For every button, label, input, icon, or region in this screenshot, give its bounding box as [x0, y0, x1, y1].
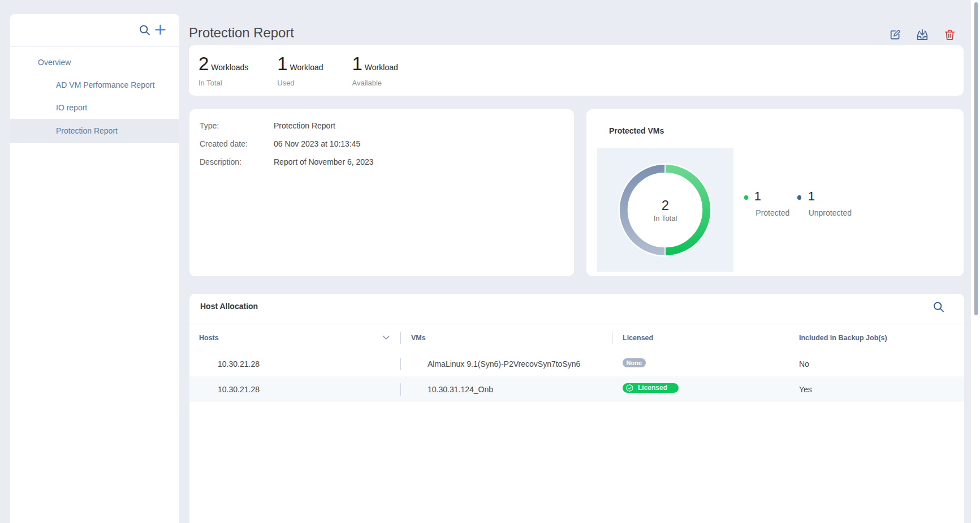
cell-licensed: Licensed [612, 376, 789, 402]
workloads-summary-card: 2 Workloads In Total 1 Workload Used 1 W… [189, 45, 964, 96]
table-row[interactable]: 10.30.21.28 10.30.31.124_Onb Licensed Ye… [189, 376, 964, 402]
sidebar: Overview AD VM Performance Report IO rep… [10, 14, 179, 523]
detail-value: Protection Report [274, 121, 335, 130]
stat-caption: Available [352, 79, 398, 87]
sidebar-item-ad-vm-performance-report[interactable]: AD VM Performance Report [10, 74, 179, 96]
detail-row-created-date: Created date: 06 Nov 2023 at 10:13:45 [200, 135, 574, 153]
detail-label: Created date: [200, 139, 274, 148]
column-header-licensed[interactable]: Licensed [612, 324, 789, 351]
search-icon[interactable] [139, 25, 150, 36]
protected-vms-card: Protected VMs [586, 109, 964, 276]
cell-licensed: None [612, 351, 789, 376]
scrollbar-thumb[interactable] [974, 2, 978, 315]
cell-vm: 10.30.31.124_Onb [401, 376, 612, 402]
host-allocation-table: Hosts VMs Licensed Included in [189, 324, 964, 402]
edit-icon[interactable] [890, 29, 901, 40]
legend-label-protected: Protected [755, 209, 789, 217]
donut-total-label: In Total [597, 215, 733, 222]
table-search-icon[interactable] [933, 302, 944, 312]
delete-icon[interactable] [944, 29, 955, 40]
sidebar-item-overview[interactable]: Overview [10, 51, 179, 74]
stat-unit: Workloads [211, 63, 248, 72]
stat-value: 2 [198, 53, 209, 75]
stat-unit: Workload [290, 63, 323, 72]
detail-label: Type: [200, 121, 274, 130]
cell-host: 10.30.21.28 [189, 376, 401, 402]
host-allocation-card: Host Allocation Hosts VMs [189, 294, 964, 523]
host-allocation-title: Host Allocation [200, 302, 258, 310]
license-badge-licensed: Licensed [623, 383, 679, 393]
report-list: Overview AD VM Performance Report IO rep… [10, 47, 179, 143]
stat-value: 1 [352, 53, 362, 75]
stat-caption: Used [277, 79, 323, 87]
sidebar-item-protection-report[interactable]: Protection Report [10, 119, 179, 143]
column-header-included[interactable]: Included in Backup Job(s) [789, 324, 964, 351]
cell-vm: AlmaLinux 9.1(Syn6)-P2VrecovSyn7toSyn6 [401, 351, 612, 376]
cell-included: No [789, 351, 964, 376]
column-header-hosts[interactable]: Hosts [189, 324, 401, 351]
legend-value-unprotected: 1 [808, 190, 815, 203]
protected-vms-title: Protected VMs [609, 127, 664, 135]
sidebar-item-io-report[interactable]: IO report [10, 96, 179, 119]
detail-row-type: Type: Protection Report [200, 117, 574, 135]
legend-dot-unprotected [797, 195, 801, 199]
cell-host: 10.30.21.28 [189, 351, 401, 376]
stat-in-total: 2 Workloads In Total [198, 53, 248, 87]
sidebar-header [10, 14, 179, 47]
stat-available: 1 Workload Available [352, 53, 398, 87]
detail-value: Report of November 6, 2023 [274, 157, 374, 166]
legend-value-protected: 1 [754, 190, 761, 203]
legend-dot-protected [744, 195, 748, 199]
donut-total-value: 2 [597, 199, 733, 212]
legend-label-unprotected: Unprotected [809, 209, 852, 217]
stat-value: 1 [277, 53, 287, 75]
stat-unit: Workload [365, 63, 398, 72]
detail-value: 06 Nov 2023 at 10:13:45 [274, 139, 360, 148]
stat-caption: In Total [198, 79, 248, 87]
chevron-down-icon[interactable] [382, 335, 390, 340]
export-icon[interactable] [917, 29, 928, 40]
protected-vms-chart: 2 In Total [597, 148, 733, 272]
host-allocation-header: Host Allocation [189, 294, 964, 324]
report-details-card: Type: Protection Report Created date: 06… [189, 109, 574, 276]
scrollbar-track[interactable] [971, 0, 980, 523]
plus-icon[interactable] [155, 24, 166, 35]
detail-label: Description: [200, 157, 274, 166]
stat-used: 1 Workload Used [277, 53, 323, 87]
license-badge-none: None [623, 358, 646, 367]
check-circle-icon [626, 384, 633, 392]
column-header-vms[interactable]: VMs [401, 324, 612, 351]
detail-row-description: Description: Report of November 6, 2023 [200, 153, 574, 171]
report-actions [890, 29, 955, 40]
cell-included: Yes [789, 376, 964, 402]
table-row[interactable]: 10.30.21.28 AlmaLinux 9.1(Syn6)-P2Vrecov… [189, 351, 964, 376]
page-title: Protection Report [189, 26, 294, 40]
